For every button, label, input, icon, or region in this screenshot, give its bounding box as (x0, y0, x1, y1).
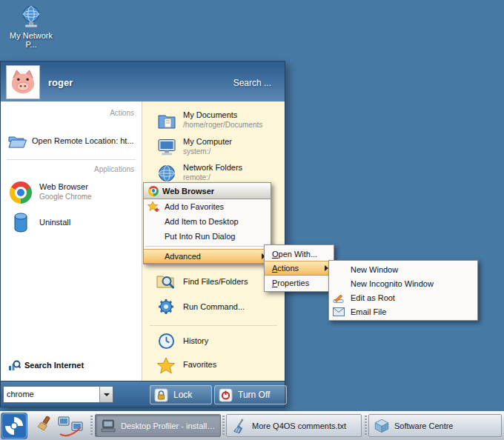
start-menu-footer: Lock Turn Off (1, 381, 285, 407)
task-label: Software Centre (394, 421, 497, 430)
actions-submenu: New Window New Incognito Window Edit as … (328, 260, 478, 321)
menu-item-subtitle: system:/ (183, 147, 210, 156)
taskbar: Desktop Profiler - install pro More Q4OS… (0, 411, 504, 440)
menu-item-title: My Computer (183, 137, 232, 146)
my-computer-icon (157, 139, 176, 156)
network-places-icon (58, 415, 83, 437)
menu-left-panel: Actions Open Remote Location: ht... Appl… (1, 101, 142, 381)
software-centre-icon (374, 418, 390, 434)
actions-item-new-window[interactable]: New Window (329, 262, 477, 276)
network-globe-icon (18, 4, 44, 30)
q4os-start-icon (1, 413, 27, 439)
actions-item-email-file[interactable]: Email File (329, 304, 477, 319)
menu-item-label: History (183, 336, 208, 345)
menu-item-title: My Documents (183, 110, 237, 119)
edit-as-root-icon (333, 292, 344, 303)
menu-item-subtitle: /home/roger/Documents (183, 121, 262, 129)
user-avatar[interactable] (6, 65, 40, 99)
submenu-item-label: New Window (351, 265, 398, 274)
task-button-q4os-comments[interactable]: More Q4OS comments.txt (226, 414, 362, 437)
submenu-item-label: Open With... (272, 250, 317, 259)
username: roger (48, 77, 73, 88)
chrome-icon (10, 181, 32, 204)
section-label-applications: Applications (94, 165, 134, 173)
separator (7, 159, 136, 160)
turn-off-button[interactable]: Turn Off (214, 385, 287, 404)
context-item-label: Put Into Run Dialog (165, 232, 235, 241)
desktop: My Network P... roger Search ... (0, 0, 504, 440)
dropdown-arrow-icon (104, 393, 110, 396)
menu-item-web-browser[interactable]: Web Browser Google Chrome (1, 179, 142, 207)
menu-item-favorites[interactable]: Favorites (142, 354, 285, 376)
uninstall-drive-icon (12, 212, 30, 234)
submenu-item-label: Email File (351, 307, 386, 316)
context-menu-title-label: Web Browser (162, 187, 214, 196)
profiler-task-icon (100, 418, 116, 434)
context-menu: Web Browser Add to Favorites Add Item to… (143, 182, 271, 264)
menu-item-history[interactable]: History (142, 331, 285, 352)
taskbar-handle[interactable] (90, 416, 93, 436)
taskbar-handle[interactable] (365, 416, 367, 436)
menu-item-label: Favorites (183, 360, 216, 369)
actions-item-new-incognito-window[interactable]: New Incognito Window (329, 276, 477, 290)
menu-item-my-computer[interactable]: My Computer system:/ (142, 136, 285, 159)
task-button-desktop-profiler[interactable]: Desktop Profiler - install pro (95, 414, 221, 437)
desktop-icon-label: My Network P... (6, 31, 56, 49)
favorites-star-icon (156, 356, 176, 376)
lock-button[interactable]: Lock (150, 385, 212, 404)
advanced-submenu: Open With... Actions Properties (264, 244, 334, 292)
start-button[interactable] (1, 413, 27, 439)
context-item-label: Add to Favorites (165, 202, 224, 211)
chrome-icon (148, 186, 159, 196)
history-clock-icon (158, 333, 175, 350)
search-input[interactable] (4, 387, 100, 401)
search-internet-icon (8, 359, 21, 372)
quicklaunch-install-button[interactable] (33, 416, 53, 436)
pig-avatar-icon (9, 68, 37, 96)
documents-folder-icon (157, 112, 176, 130)
separator (145, 246, 269, 247)
menu-item-label: Find Files/Folders (183, 277, 248, 286)
taskbar-handle[interactable] (222, 416, 225, 436)
task-label: Desktop Profiler - install pro (121, 421, 216, 430)
context-item-put-into-run-dialog[interactable]: Put Into Run Dialog (144, 229, 271, 244)
context-menu-title: Web Browser (144, 183, 271, 199)
menu-item-search-internet[interactable]: Search Internet (1, 358, 142, 374)
context-item-label: Advanced (165, 252, 201, 261)
broom-task-icon (231, 418, 248, 434)
menu-item-title: Network Folders (183, 163, 242, 172)
menu-item-uninstall[interactable]: Uninstall (1, 210, 142, 236)
menu-item-my-documents[interactable]: My Documents /home/roger/Documents (142, 109, 285, 133)
context-item-add-item-to-desktop[interactable]: Add Item to Desktop (144, 214, 271, 229)
paintbrush-icon (33, 416, 53, 436)
menu-item-open-remote-location[interactable]: Open Remote Location: ht... (1, 127, 142, 156)
submenu-item-properties[interactable]: Properties (265, 276, 334, 290)
menu-item-subtitle: Google Chrome (39, 193, 92, 201)
dropdown-arrow-button[interactable] (99, 387, 113, 402)
menu-item-label: Run Command... (183, 302, 245, 311)
network-folders-icon (157, 164, 176, 183)
desktop-icon-my-network-places[interactable]: My Network P... (6, 4, 56, 49)
menu-item-title: Web Browser (39, 182, 88, 191)
lock-icon (154, 388, 168, 402)
context-item-advanced[interactable]: Advanced (144, 249, 271, 264)
quicklaunch-network-places-button[interactable] (58, 415, 83, 437)
open-folder-icon (7, 131, 27, 152)
turn-off-label: Turn Off (238, 390, 270, 400)
context-item-add-to-favorites[interactable]: Add to Favorites (144, 199, 271, 214)
email-file-icon (333, 307, 345, 316)
actions-item-edit-as-root[interactable]: Edit as Root (329, 290, 477, 304)
run-combo (3, 386, 113, 403)
section-label-actions: Actions (110, 109, 134, 117)
context-item-label: Add Item to Desktop (165, 217, 239, 226)
separator (150, 325, 277, 326)
lock-label: Lock (173, 390, 192, 400)
task-button-software-centre[interactable]: Software Centre (368, 414, 502, 437)
submenu-item-actions[interactable]: Actions (265, 261, 334, 276)
menu-item-run-command[interactable]: Run Command... (142, 296, 285, 318)
menu-item-subtitle: remote:/ (183, 173, 210, 181)
power-icon (219, 388, 233, 402)
submenu-item-open-with[interactable]: Open With... (265, 247, 334, 261)
menu-search[interactable]: Search ... (233, 78, 271, 88)
menu-item-label: Open Remote Location: ht... (32, 136, 134, 145)
